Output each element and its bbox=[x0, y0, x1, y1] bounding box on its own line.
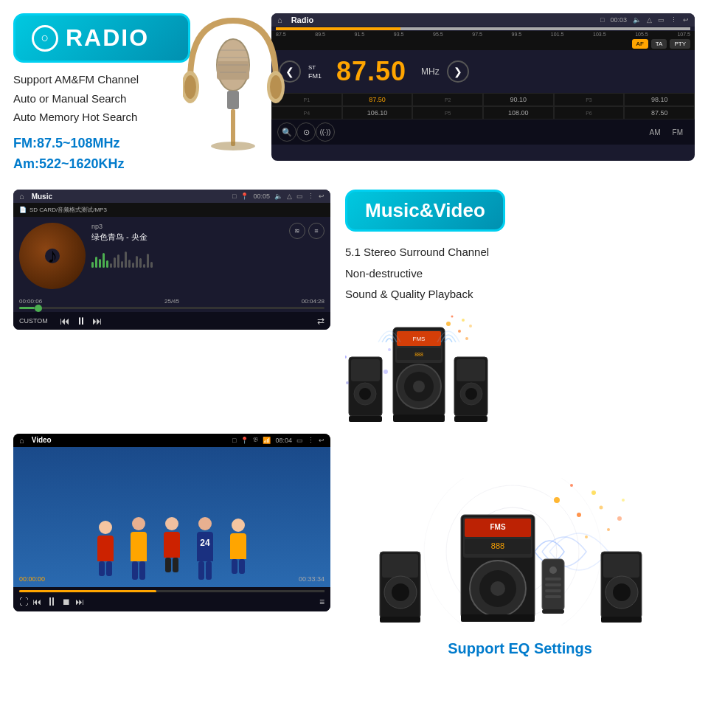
eq-info: FMS 888 bbox=[345, 434, 695, 657]
music-video-badge: Music&Video bbox=[345, 190, 505, 232]
video-stop-button[interactable]: ⏹ bbox=[62, 597, 71, 607]
music-shuffle-button[interactable]: ⇄ bbox=[317, 316, 324, 326]
video-fullscreen-button[interactable]: ⛶ bbox=[19, 597, 28, 607]
wave-bar-7 bbox=[114, 257, 116, 268]
music-screenshot-icon: □ bbox=[232, 193, 236, 200]
svg-point-1 bbox=[211, 142, 255, 150]
radio-bottom-controls: 🔍 ⊙ ((·)) AM FM bbox=[271, 119, 695, 145]
svg-point-16 bbox=[359, 388, 371, 400]
svg-point-38 bbox=[458, 330, 461, 333]
svg-point-42 bbox=[465, 337, 468, 340]
video-time-end: 00:33:34 bbox=[299, 575, 324, 583]
music-home-icon: ⌂ bbox=[19, 192, 24, 201]
radio-main-display: ❮ ST FM1 87.50 MHz ❯ bbox=[271, 50, 695, 93]
radio-station-info: ST FM1 bbox=[308, 64, 322, 80]
music-eq-button[interactable]: ≋ bbox=[289, 223, 305, 239]
radio-band: FM1 bbox=[308, 72, 322, 80]
video-prev-button[interactable]: ⏮ bbox=[32, 597, 41, 607]
music-list-button[interactable]: ≡ bbox=[308, 223, 324, 239]
music-video-title: Music&Video bbox=[365, 199, 485, 222]
video-controls: ⛶ ⏮ ⏸ ⏹ ⏭ ≡ bbox=[19, 595, 324, 609]
svg-point-47 bbox=[577, 513, 581, 517]
music-progress-dot bbox=[35, 305, 42, 312]
svg-point-54 bbox=[585, 535, 588, 538]
radio-am-mode[interactable]: AM bbox=[644, 127, 667, 138]
music-screen-title: Music bbox=[32, 193, 52, 201]
svg-point-12 bbox=[270, 75, 282, 99]
music-progress-bar[interactable] bbox=[19, 307, 324, 309]
video-progress-fill bbox=[19, 590, 156, 592]
music-prev-button[interactable]: ⏮ bbox=[60, 315, 70, 327]
preset-p5-value[interactable]: 108.00 bbox=[483, 106, 554, 119]
video-list-button[interactable]: ≡ bbox=[319, 597, 324, 607]
radio-mix-button[interactable]: ⊙ bbox=[296, 122, 316, 142]
wave-bar-4 bbox=[103, 253, 105, 268]
music-main: ♪ np3 绿色青鸟 - 央金 bbox=[13, 217, 330, 295]
cheerleader-4: 24 bbox=[190, 517, 220, 580]
preset-p6-label: P6 bbox=[554, 106, 625, 119]
svg-text:FMS: FMS bbox=[490, 523, 505, 531]
radio-section: ○ RADIO Support AM&FM Channel Auto or Ma… bbox=[0, 0, 708, 182]
video-wifi-icon: 📶 bbox=[263, 437, 271, 444]
music-vol-icon: 🔈 bbox=[274, 193, 282, 200]
speakers-svg: FMS 888 bbox=[345, 313, 493, 423]
preset-p3-label: P3 bbox=[554, 93, 625, 106]
video-battery-icon: ▭ bbox=[296, 437, 303, 444]
music-file-icon: 📄 bbox=[19, 207, 27, 213]
svg-rect-74 bbox=[545, 589, 561, 592]
video-cheerleaders: 24 00:00:00 00:33:34 bbox=[13, 447, 330, 587]
pty-button[interactable]: PTY bbox=[670, 39, 690, 49]
video-menu-icon: ⋮ bbox=[308, 437, 314, 444]
preset-p4-value[interactable]: 106.10 bbox=[342, 106, 413, 119]
wave-bar-2 bbox=[95, 257, 97, 268]
wave-bar-16 bbox=[147, 254, 149, 268]
video-next-button[interactable]: ⏭ bbox=[75, 597, 84, 607]
preset-p5-label: P5 bbox=[412, 106, 483, 119]
svg-rect-59 bbox=[380, 617, 420, 623]
music-progress-row: 00:00:06 25/45 00:04:28 bbox=[13, 295, 330, 312]
wave-bar-13 bbox=[136, 256, 138, 268]
radio-badge: ○ RADIO bbox=[13, 13, 190, 63]
ta-button[interactable]: TA bbox=[651, 39, 667, 49]
music-next-button[interactable]: ⏭ bbox=[92, 315, 103, 327]
music-track-info: np3 绿色青鸟 - 央金 bbox=[91, 223, 283, 289]
af-button[interactable]: AF bbox=[632, 39, 648, 49]
radio-screen-title: Radio bbox=[291, 15, 314, 24]
wave-bar-1 bbox=[91, 262, 94, 268]
music-play-pause-button[interactable]: ⏸ bbox=[76, 315, 86, 327]
back-icon: ↩ bbox=[683, 16, 689, 24]
video-progress-bar[interactable] bbox=[19, 590, 324, 592]
svg-point-30 bbox=[413, 381, 425, 392]
svg-point-51 bbox=[607, 528, 610, 531]
music-time: 00:05 bbox=[253, 193, 270, 200]
radio-presets: P1 87.50 P2 90.10 P3 98.10 P4 106.10 P5 … bbox=[271, 93, 695, 119]
preset-p3-value[interactable]: 98.10 bbox=[624, 93, 695, 106]
preset-p2-value[interactable]: 90.10 bbox=[483, 93, 554, 106]
preset-p1-value[interactable]: 87.50 bbox=[342, 93, 413, 106]
svg-text:FMS: FMS bbox=[413, 336, 426, 342]
battery-icon: ▭ bbox=[658, 16, 664, 24]
radio-next-button[interactable]: ❯ bbox=[447, 60, 469, 83]
radio-screen: ⌂ Radio □ 00:03 🔈 △ ▭ ⋮ ↩ 87.5 89.5 91.5… bbox=[271, 13, 695, 161]
video-time: 08:04 bbox=[275, 437, 292, 444]
radio-antenna-button[interactable]: ((·)) bbox=[316, 122, 335, 142]
svg-point-52 bbox=[622, 499, 625, 502]
video-play-pause-button[interactable]: ⏸ bbox=[46, 595, 58, 609]
cheerleader-3 bbox=[157, 517, 187, 572]
svg-rect-0 bbox=[231, 109, 235, 146]
svg-point-20 bbox=[388, 348, 391, 351]
radio-fm-mode[interactable]: FM bbox=[667, 127, 689, 138]
video-section: ⌂ Video □ 📍 𝔅 📶 08:04 ▭ ⋮ ↩ bbox=[0, 431, 708, 670]
mv-feature-3: Sound & Quality Playback bbox=[345, 284, 695, 305]
svg-point-40 bbox=[451, 315, 454, 317]
music-path-bar: 📄 SD CARD/音频格式测试/MP3 bbox=[13, 203, 330, 217]
mv-feature-2: Non-destructive bbox=[345, 263, 695, 285]
sound-explosion: FMS 888 bbox=[345, 478, 695, 625]
music-back-icon: ↩ bbox=[319, 193, 324, 200]
mv-feature-1: 5.1 Stereo Surround Channel bbox=[345, 242, 695, 263]
preset-p6-value[interactable]: 87.50 bbox=[624, 106, 695, 119]
music-track-name: 绿色青鸟 - 央金 bbox=[91, 232, 283, 243]
speaker-illustration: FMS 888 bbox=[345, 313, 695, 423]
svg-text:888: 888 bbox=[414, 352, 423, 357]
music-path-text: SD CARD/音频格式测试/MP3 bbox=[30, 206, 107, 214]
